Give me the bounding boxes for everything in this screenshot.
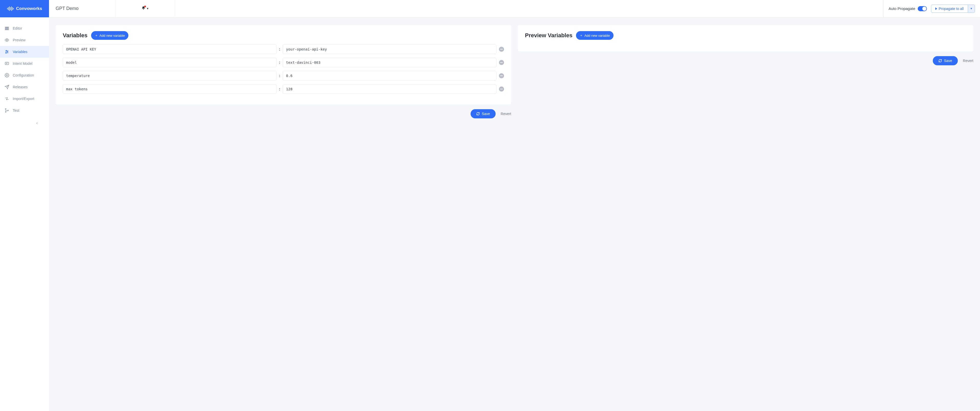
revert-preview-variables-button[interactable]: Revert [963, 59, 974, 63]
svg-rect-28 [500, 49, 503, 49]
variable-row: : [63, 84, 504, 94]
variables-card: Variables ＋ Add new variable :::: [56, 25, 511, 105]
sidebar-item-editor[interactable]: Editor [0, 22, 49, 34]
delete-variable-button[interactable] [499, 86, 504, 92]
minus-icon [500, 76, 503, 76]
bell-icon [142, 6, 145, 11]
minus-icon [500, 49, 503, 49]
propagate-label: Propagate to all [939, 6, 964, 11]
propagate-to-all-button[interactable]: Propagate to all [931, 5, 968, 13]
svg-point-25 [5, 109, 6, 109]
svg-rect-7 [5, 27, 9, 27]
sidebar-item-test[interactable]: Test [0, 105, 49, 116]
nav: Editor Preview Variables Intent Model Co… [0, 17, 49, 116]
svg-rect-9 [5, 29, 9, 30]
svg-rect-17 [5, 62, 9, 65]
sidebar-item-preview[interactable]: Preview [0, 34, 49, 46]
plus-icon: ＋ [95, 33, 98, 38]
minus-icon [500, 89, 503, 89]
import-export-icon [5, 97, 9, 101]
variable-key-input[interactable] [63, 84, 277, 94]
caret-down-icon: ▼ [146, 7, 149, 10]
colon-separator: : [279, 47, 280, 51]
chevron-left-icon [35, 121, 39, 125]
svg-point-16 [6, 52, 6, 53]
notification-dot [144, 6, 146, 7]
variables-icon [5, 49, 9, 54]
svg-rect-29 [500, 62, 503, 63]
variable-value-input[interactable] [283, 71, 496, 81]
preview-variables-card: Preview Variables ＋ Add new variable [518, 25, 974, 52]
svg-point-20 [6, 75, 8, 76]
save-preview-variables-button[interactable]: Save [933, 56, 958, 65]
variable-key-input[interactable] [63, 44, 277, 54]
sidebar: Convoworks Editor Preview Variables Inte… [0, 0, 49, 411]
logo[interactable]: Convoworks [0, 0, 49, 17]
save-label: Save [482, 112, 490, 116]
revert-variables-button[interactable]: Revert [501, 112, 511, 116]
svg-point-26 [5, 112, 6, 113]
add-variable-label: Add new variable [100, 34, 125, 38]
sidebar-item-variables[interactable]: Variables [0, 46, 49, 58]
test-icon [5, 108, 9, 113]
sidebar-item-label: Test [13, 108, 19, 113]
plus-icon: ＋ [579, 33, 583, 38]
editor-icon [5, 26, 9, 31]
save-variables-button[interactable]: Save [471, 109, 496, 118]
delete-variable-button[interactable] [499, 73, 504, 78]
topbar: GPT Demo ▼ Auto Propagate Propagate to a [49, 0, 980, 17]
sidebar-item-label: Intent Model [13, 62, 32, 65]
save-label: Save [944, 59, 952, 63]
add-preview-variable-button[interactable]: ＋ Add new variable [576, 31, 614, 40]
propagate-dropdown-button[interactable]: ▼ [968, 5, 975, 13]
toggle-switch[interactable] [918, 6, 927, 11]
svg-point-12 [6, 50, 6, 51]
play-icon [935, 7, 937, 10]
delete-variable-button[interactable] [499, 47, 504, 52]
sidebar-item-label: Editor [13, 26, 22, 30]
auto-propagate-toggle[interactable]: Auto Propagate [889, 6, 927, 11]
svg-point-10 [6, 40, 8, 41]
variable-key-input[interactable] [63, 71, 277, 81]
logo-icon [7, 6, 14, 11]
variable-value-input[interactable] [283, 58, 496, 67]
svg-rect-31 [500, 89, 503, 89]
sidebar-item-label: Preview [13, 38, 25, 42]
propagate-button-group: Propagate to all ▼ [931, 5, 975, 13]
svg-rect-30 [500, 76, 503, 76]
sidebar-item-configuration[interactable]: Configuration [0, 70, 49, 81]
add-variable-button[interactable]: ＋ Add new variable [91, 31, 129, 40]
variable-value-input[interactable] [283, 84, 496, 94]
sidebar-item-label: Configuration [13, 73, 34, 77]
notifications-dropdown[interactable]: ▼ [115, 0, 175, 17]
sidebar-item-intent-model[interactable]: Intent Model [0, 58, 49, 70]
configuration-icon [5, 73, 9, 78]
variable-row: : [63, 44, 504, 54]
add-preview-variable-label: Add new variable [584, 34, 610, 38]
svg-point-14 [7, 52, 8, 52]
svg-point-27 [8, 110, 8, 111]
minus-icon [500, 62, 503, 63]
logo-text: Convoworks [16, 6, 42, 11]
variable-row: : [63, 58, 504, 67]
delete-variable-button[interactable] [499, 60, 504, 65]
sidebar-item-label: Import/Export [13, 97, 34, 101]
variable-row: : [63, 71, 504, 81]
preview-variables-title: Preview Variables [525, 32, 573, 39]
svg-rect-8 [5, 28, 9, 29]
intent-model-icon [5, 61, 9, 66]
service-title: GPT Demo [49, 0, 115, 17]
auto-propagate-label: Auto Propagate [889, 6, 915, 11]
sidebar-collapse-button[interactable] [0, 121, 49, 125]
sidebar-item-import-export[interactable]: Import/Export [0, 93, 49, 105]
refresh-icon [939, 59, 942, 62]
sidebar-item-releases[interactable]: Releases [0, 81, 49, 93]
variables-title: Variables [63, 32, 88, 39]
refresh-icon [476, 112, 480, 116]
colon-separator: : [279, 87, 280, 91]
preview-icon [5, 38, 9, 42]
variable-value-input[interactable] [283, 44, 496, 54]
releases-icon [5, 85, 9, 89]
colon-separator: : [279, 60, 280, 65]
variable-key-input[interactable] [63, 58, 277, 67]
